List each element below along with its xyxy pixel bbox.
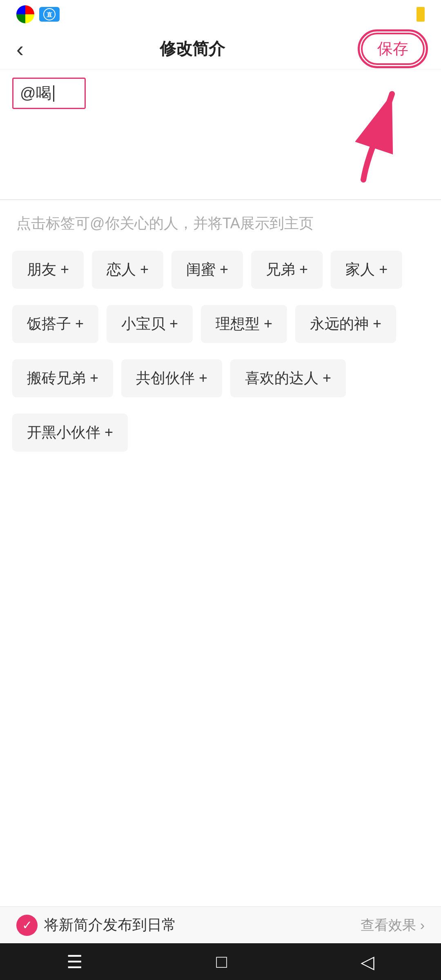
back-button[interactable]: ‹ bbox=[16, 38, 24, 60]
tag-family[interactable]: 家人 + bbox=[331, 251, 402, 289]
tag-ideal[interactable]: 理想型 + bbox=[201, 305, 287, 343]
preview-button[interactable]: 查看效果 › bbox=[361, 916, 425, 935]
status-bar: 直 bbox=[0, 0, 441, 29]
tag-brother[interactable]: 兄弟 + bbox=[251, 251, 323, 289]
tag-co-create[interactable]: 共创伙伴 + bbox=[121, 359, 222, 397]
preview-text: 查看效果 › bbox=[361, 916, 425, 935]
tag-lover[interactable]: 恋人 + bbox=[92, 251, 163, 289]
menu-nav-icon[interactable]: ☰ bbox=[67, 951, 82, 972]
tag-meal-buddy[interactable]: 饭搭子 + bbox=[12, 305, 98, 343]
nav-bar: ☰ □ ◁ bbox=[0, 943, 441, 980]
tag-bestie[interactable]: 闺蜜 + bbox=[172, 251, 243, 289]
home-nav-icon[interactable]: □ bbox=[216, 951, 227, 972]
tag-fav-creator[interactable]: 喜欢的达人 + bbox=[230, 359, 346, 397]
publish-text: 将新简介发布到日常 bbox=[44, 915, 176, 935]
tag-baby[interactable]: 小宝贝 + bbox=[107, 305, 193, 343]
arrow-annotation bbox=[327, 82, 400, 189]
tag-game-buddy[interactable]: 开黑小伙伴 + bbox=[12, 414, 128, 452]
app-icon-2: 直 bbox=[39, 7, 60, 22]
publish-section[interactable]: ✓ 将新简介发布到日常 bbox=[16, 915, 176, 936]
save-button-circle-decoration bbox=[358, 29, 428, 68]
check-icon: ✓ bbox=[16, 915, 38, 936]
tag-legend[interactable]: 永远的神 + bbox=[295, 305, 396, 343]
status-icons: 直 bbox=[16, 5, 60, 23]
svg-text:直: 直 bbox=[47, 11, 53, 18]
page-title: 修改简介 bbox=[160, 38, 225, 60]
header: ‹ 修改简介 保存 bbox=[0, 29, 441, 69]
tag-friend[interactable]: 朋友 + bbox=[12, 251, 84, 289]
bio-input-value: @喝 bbox=[20, 83, 51, 104]
tags-container: 朋友 + 恋人 + 闺蜜 + 兄弟 + 家人 + 饭搭子 + 小宝贝 + 理想型… bbox=[12, 251, 429, 460]
back-nav-icon[interactable]: ◁ bbox=[361, 951, 374, 972]
status-right bbox=[416, 7, 425, 22]
hint-text: 点击标签可@你关心的人，并将TA展示到主页 bbox=[16, 212, 425, 234]
tags-section: 朋友 + 恋人 + 闺蜜 + 兄弟 + 家人 + 饭搭子 + 小宝贝 + 理想型… bbox=[0, 243, 441, 468]
text-cursor bbox=[53, 85, 54, 102]
tag-grind-buddy[interactable]: 搬砖兄弟 + bbox=[12, 359, 113, 397]
save-button-wrapper[interactable]: 保存 bbox=[361, 33, 425, 65]
bottom-bar: ✓ 将新简介发布到日常 查看效果 › bbox=[0, 906, 441, 943]
battery-icon bbox=[416, 7, 425, 22]
bio-input-area[interactable]: @喝 bbox=[0, 69, 441, 200]
app-icon-1 bbox=[16, 5, 34, 23]
bio-text-input[interactable]: @喝 bbox=[12, 78, 86, 109]
hint-section: 点击标签可@你关心的人，并将TA展示到主页 bbox=[0, 200, 441, 243]
